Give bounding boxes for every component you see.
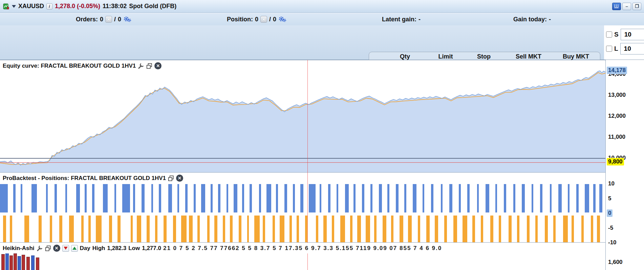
positions-panel[interactable]: ProBacktest - Positions: FRACTAL BREAKOU… [0, 172, 605, 242]
latent-gain-group: Latent gain: - [382, 13, 421, 25]
orders-settings-icon[interactable] [123, 16, 131, 22]
day-high-label: High [92, 245, 105, 252]
long-position-bar [513, 184, 515, 212]
short-position-bar [96, 216, 102, 243]
wrench-icon[interactable] [138, 63, 144, 69]
info-icon[interactable]: i [46, 3, 52, 9]
stop-toggle-row: S [606, 29, 644, 40]
long-position-bar [65, 184, 67, 212]
stop-distance-input[interactable] [621, 29, 644, 40]
position-settings-icon[interactable] [278, 16, 286, 22]
short-position-bar [323, 216, 327, 243]
long-position-bar [459, 184, 460, 212]
instrument-dropdown-icon[interactable] [12, 5, 16, 8]
restore-window-icon[interactable] [146, 63, 152, 69]
short-position-bar [472, 216, 475, 243]
heikin-panel-header: Heikin-Ashi ✕ Day High 1,282.3 Low 1,277… [0, 243, 605, 253]
sell-arrow-icon[interactable] [62, 245, 69, 252]
heikin-candle [9, 255, 13, 270]
short-position-bar [137, 216, 141, 243]
close-icon[interactable]: ✕ [53, 245, 60, 252]
positions-axis-tick: -10 [607, 239, 618, 246]
short-position-bar [350, 216, 352, 243]
long-position-bar [337, 184, 338, 212]
buy-arrow-icon[interactable] [71, 245, 78, 252]
long-position-bar [467, 184, 470, 212]
stop-checkbox[interactable] [606, 31, 612, 38]
long-position-bar [387, 184, 389, 212]
short-position-bar [591, 216, 593, 243]
short-position-bar [273, 216, 275, 243]
equity-axis-tick: 11,000 [607, 133, 627, 141]
gain-today-label: Gain today: [513, 16, 547, 23]
long-position-bar [31, 184, 37, 212]
positions-panel-header: ProBacktest - Positions: FRACTAL BREAKOU… [0, 173, 186, 183]
short-position-bar [340, 216, 345, 243]
short-position-bar [444, 216, 447, 243]
long-position-bar [320, 184, 321, 212]
short-position-bar [517, 216, 519, 243]
long-position-bar [250, 184, 252, 212]
short-position-bar [366, 216, 370, 243]
heikin-candle [1, 254, 5, 270]
long-position-bar [142, 184, 145, 212]
short-position-bar [173, 216, 176, 243]
long-position-bar [201, 184, 206, 212]
equity-panel[interactable]: Equity curve: FRACTAL BREAKOUT GOLD 1HV1… [0, 60, 605, 172]
long-position-bar [495, 184, 497, 212]
limit-checkbox[interactable] [606, 46, 612, 52]
short-position-bar [426, 216, 430, 243]
long-position-bar [441, 184, 443, 212]
short-position-bar [247, 216, 249, 243]
wrench-icon[interactable] [37, 245, 43, 251]
equity-chart[interactable] [0, 60, 605, 173]
orders-clear-icon[interactable]: ✕ [105, 16, 112, 23]
short-position-bar [499, 216, 501, 243]
long-position-bar [76, 184, 80, 212]
close-icon[interactable]: ✕ [176, 175, 183, 182]
long-position-bar [21, 184, 22, 212]
long-position-bar [404, 184, 406, 212]
long-position-bar [0, 184, 8, 212]
long-position-bar [379, 184, 382, 212]
equity-axis-tick: 13,000 [607, 91, 627, 99]
restore-window-icon[interactable] [45, 245, 51, 251]
long-position-bar [345, 184, 349, 212]
stop-header: Stop [467, 53, 501, 60]
price-axis[interactable]: 14,00013,00012,00011,00010,00014,1789,80… [605, 60, 644, 270]
keypad-icon[interactable] [612, 3, 621, 10]
long-position-bar [431, 184, 433, 212]
close-icon[interactable]: ✕ [154, 62, 162, 69]
limit-distance-input[interactable] [620, 43, 644, 54]
restore-window-icon[interactable] [168, 175, 174, 181]
short-position-bar [545, 216, 548, 243]
short-position-bar [263, 216, 265, 243]
short-position-bar [214, 216, 217, 243]
long-position-bar [550, 184, 552, 212]
symbol-label: XAUUSD [18, 3, 44, 10]
orders-total: 0 [118, 16, 121, 23]
long-position-bar [185, 184, 188, 212]
equity-baseline-label: 9,800 [607, 158, 624, 165]
long-position-bar [593, 184, 596, 212]
short-position-bar [10, 216, 12, 243]
heikin-ashi-panel[interactable]: Heikin-Ashi ✕ Day High 1,282.3 Low 1,277… [0, 242, 605, 270]
sell-mkt-header: Sell MKT [508, 53, 549, 60]
position-clear-icon[interactable]: ✕ [260, 16, 267, 23]
short-position-bar [391, 216, 393, 243]
long-position-bar [293, 184, 295, 212]
long-position-bar [266, 184, 271, 212]
short-position-bar [223, 216, 225, 243]
heikin-candle [31, 255, 35, 270]
minimize-button[interactable]: – [622, 3, 631, 10]
trading-platform-window: XAUUSD i 1,278.0 (-0.05%) 11:38:02 Spot … [0, 0, 644, 270]
restore-button[interactable]: ❐ [632, 3, 641, 10]
equity-panel-header: Equity curve: FRACTAL BREAKOUT GOLD 1HV1… [0, 61, 164, 71]
heikin-candle [36, 257, 39, 270]
day-low-label: Low [128, 245, 140, 252]
short-position-bar [527, 216, 530, 243]
time-label: 11:38:02 [103, 3, 127, 10]
long-position-bar [133, 184, 135, 212]
long-position-bar [122, 184, 130, 212]
heikin-candle [26, 257, 30, 270]
